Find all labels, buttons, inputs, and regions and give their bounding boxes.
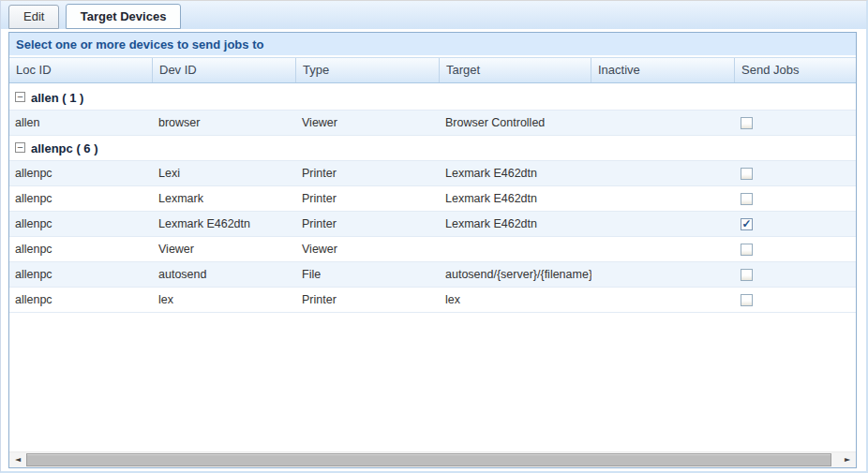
cell-inactive [591,262,735,287]
table-row: allenpcLexmark E462dtnPrinterLexmark E46… [9,212,856,237]
cell-dev-id: browser [153,111,296,135]
tab-bar: Edit Target Devices [1,1,866,29]
cell-send-jobs [735,262,856,287]
send-jobs-checkbox[interactable]: ✓ [741,218,753,230]
table-row: allenpcautosendFileautosend/{server}/{fi… [9,262,856,288]
cell-target: Lexmark E462dtn [440,212,591,236]
cell-target [440,237,591,261]
cell-dev-id: Lexi [153,161,296,185]
column-header-target[interactable]: Target [440,58,591,82]
cell-type: Printer [296,212,440,236]
table-row: allenpcLexiPrinterLexmark E462dtn [9,161,856,186]
cell-inactive [591,212,735,236]
tab-edit[interactable]: Edit [8,5,59,29]
cell-target: Lexmark E462dtn [440,161,591,185]
cell-dev-id: autosend [153,262,296,287]
cell-type: File [296,262,440,287]
cell-target: Browser Controlled [440,111,591,135]
send-jobs-checkbox[interactable] [741,244,753,256]
cell-loc-id: allenpc [9,161,153,185]
cell-inactive [591,237,735,261]
cell-type: Viewer [296,237,440,261]
cell-type: Printer [296,288,440,312]
target-devices-panel: Select one or more devices to send jobs … [8,32,857,468]
table-row: allenpclexPrinterlex [9,288,856,313]
cell-target: lex [440,288,591,312]
scroll-right-icon[interactable]: ► [840,452,855,467]
cell-type: Viewer [296,111,440,135]
send-jobs-checkbox[interactable] [741,269,753,281]
column-header-inactive[interactable]: Inactive [591,58,735,82]
column-header-loc-id[interactable]: Loc ID [9,58,153,82]
cell-inactive [591,111,735,135]
cell-loc-id: allenpc [9,262,153,287]
cell-loc-id: allen [9,111,153,135]
scrollbar-thumb[interactable] [26,453,831,466]
column-header-type[interactable]: Type [296,58,440,82]
table-row: allenpcLexmarkPrinterLexmark E462dtn [9,186,856,212]
cell-inactive [591,288,735,312]
send-jobs-checkbox[interactable] [741,294,753,306]
send-jobs-checkbox[interactable] [741,168,753,180]
group-row[interactable]: −allenpc ( 6 ) [9,136,856,161]
table-row: allenpcViewerViewer [9,237,856,262]
cell-dev-id: lex [153,288,296,312]
send-jobs-checkbox[interactable] [741,193,753,205]
column-header-send-jobs[interactable]: Send Jobs [735,58,856,82]
table-row: allenbrowserViewerBrowser Controlled [9,111,856,136]
collapse-icon[interactable]: − [15,142,25,153]
cell-send-jobs: ✓ [735,212,856,236]
cell-loc-id: allenpc [9,237,153,261]
cell-send-jobs [735,111,856,135]
collapse-icon[interactable]: − [15,92,25,102]
cell-type: Printer [296,161,440,185]
cell-dev-id: Lexmark [153,186,296,211]
cell-inactive [591,186,735,211]
cell-target: autosend/{server}/{filename} [440,262,591,287]
cell-inactive [591,161,735,185]
instruction-bar: Select one or more devices to send jobs … [9,33,856,57]
send-jobs-checkbox[interactable] [741,117,753,129]
column-header-dev-id[interactable]: Dev ID [153,58,296,82]
cell-target: Lexmark E462dtn [440,186,591,211]
cell-loc-id: allenpc [9,288,153,312]
grid-header-row: Loc ID Dev ID Type Target Inactive Send … [9,57,856,83]
cell-dev-id: Viewer [153,237,296,261]
cell-loc-id: allenpc [9,186,153,211]
cell-type: Printer [296,186,440,211]
group-row[interactable]: −allen ( 1 ) [9,85,856,111]
cell-send-jobs [735,186,856,211]
cell-loc-id: allenpc [9,212,153,236]
horizontal-scrollbar[interactable]: ◄ ► [9,451,856,467]
tab-target-devices[interactable]: Target Devices [66,4,182,29]
group-label: allenpc ( 6 ) [31,141,98,155]
cell-send-jobs [735,288,856,312]
cell-send-jobs [735,161,856,185]
grid-body: −allen ( 1 )allenbrowserViewerBrowser Co… [9,85,856,451]
scroll-left-icon[interactable]: ◄ [10,452,25,467]
app-window: Edit Target Devices Select one or more d… [0,0,868,473]
cell-send-jobs [735,237,856,261]
cell-dev-id: Lexmark E462dtn [153,212,296,236]
group-label: allen ( 1 ) [31,91,83,105]
